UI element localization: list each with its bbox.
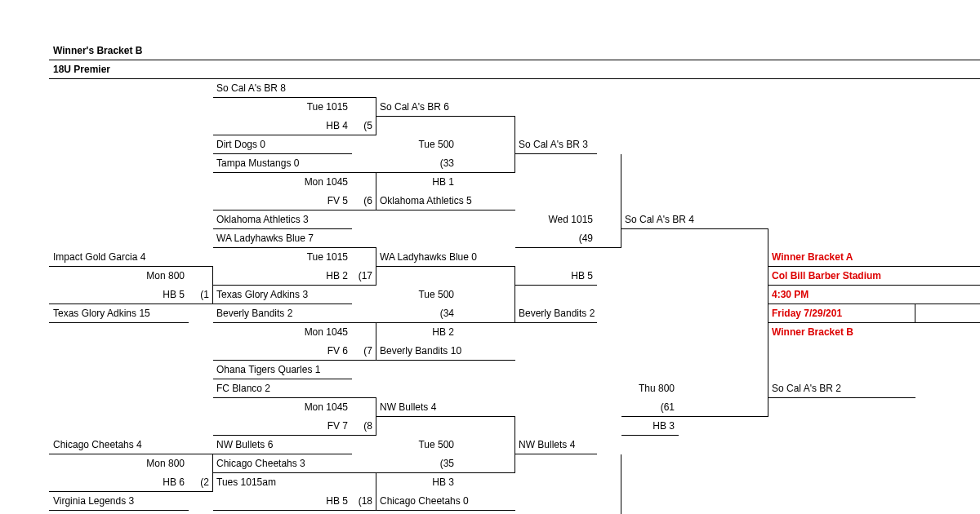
num: (18 <box>352 492 376 511</box>
team: Texas Glory Adkins 3 <box>213 286 352 304</box>
final-text: Col Bill Barber Stadium <box>768 267 915 286</box>
team: NW Bullets 4 <box>515 436 597 454</box>
team: FC Blanco 2 <box>213 379 352 398</box>
time: Mon 1045 <box>213 398 352 417</box>
num: (33 <box>376 154 458 173</box>
loc: HB 1 <box>376 173 458 192</box>
time: Mon 800 <box>50 267 189 286</box>
time: Tue 500 <box>376 286 458 304</box>
time: Wed 1015 <box>515 210 597 229</box>
team: Chicago Cheetahs 0 <box>376 492 515 511</box>
final-text: Winner Bracket A <box>768 248 915 267</box>
team: Beverly Bandits 2 <box>515 304 597 323</box>
loc: HB 4 <box>213 117 352 135</box>
team: Dirt Dogs 0 <box>213 135 352 154</box>
loc: FV 5 <box>213 192 352 210</box>
team: Ohana Tigers Quarles 1 <box>213 361 352 379</box>
num: (34 <box>376 304 458 323</box>
num: (1 <box>189 286 213 304</box>
num: (2 <box>189 473 213 492</box>
loc: HB 6 <box>50 473 189 492</box>
time: Thu 800 <box>621 379 679 398</box>
num: (7 <box>352 342 376 361</box>
team: WA Ladyhawks Blue 0 <box>376 248 515 267</box>
loc: HB 3 <box>621 417 679 436</box>
header-row-2: 18U Premier <box>50 60 981 79</box>
num: (8 <box>352 417 376 436</box>
team: Chicago Cheetahs 3 <box>213 454 352 473</box>
final-text: Winner Bracket B <box>768 323 915 342</box>
time: Tue 1015 <box>213 248 352 267</box>
time: Tue 500 <box>376 436 458 454</box>
time: Mon 1045 <box>213 173 352 192</box>
num: (17 <box>352 267 376 286</box>
team: NW Bullets 6 <box>213 436 352 454</box>
team: Virginia Legends 3 <box>50 492 189 511</box>
team: So Cal A's BR 4 <box>621 210 768 229</box>
team: WA Ladyhawks Blue 7 <box>213 229 352 248</box>
team: Impact Gold Garcia 4 <box>50 248 189 267</box>
team: Chicago Cheetahs 4 <box>50 436 189 454</box>
loc: HB 2 <box>213 267 352 286</box>
loc: HB 2 <box>376 323 458 342</box>
loc: HB 5 <box>50 286 189 304</box>
loc: HB 5 <box>515 267 597 286</box>
title: Winner's Bracket B <box>50 42 189 60</box>
team: NW Bullets 4 <box>376 398 515 417</box>
bracket-table: Winner's Bracket B 18U Premier So Cal A'… <box>49 41 980 514</box>
final-text: Friday 7/29/201 <box>768 304 915 323</box>
loc: FV 7 <box>213 417 352 436</box>
team: Texas Glory Adkins 15 <box>50 304 189 323</box>
loc: HB 5 <box>213 492 352 511</box>
time: Mon 800 <box>50 454 189 473</box>
time: Tues 1015am <box>213 473 352 492</box>
num: (6 <box>352 192 376 210</box>
time: Mon 1045 <box>213 323 352 342</box>
team: So Cal A's BR 6 <box>376 98 515 117</box>
num: (61 <box>621 398 679 417</box>
team: Beverly Bandits 10 <box>376 342 515 361</box>
num: (35 <box>376 454 458 473</box>
header-row-1: Winner's Bracket B <box>50 42 981 60</box>
time: Tue 1015 <box>213 98 352 117</box>
team: Oklahoma Athletics 5 <box>376 192 515 210</box>
team: So Cal A's BR 8 <box>213 79 352 98</box>
team: So Cal A's BR 2 <box>768 379 915 398</box>
loc: HB 3 <box>376 473 458 492</box>
bracket-sheet: Winner's Bracket B 18U Premier So Cal A'… <box>0 0 980 514</box>
time: Tue 500 <box>376 135 458 154</box>
subtitle: 18U Premier <box>50 60 189 79</box>
team: PA Chaos 1 <box>213 511 352 515</box>
loc: FV 6 <box>213 342 352 361</box>
num: (49 <box>515 229 597 248</box>
team: Oklahoma Athletics 3 <box>213 210 352 229</box>
final-text: 4:30 PM <box>768 286 915 304</box>
team: Tampa Mustangs 0 <box>213 154 352 173</box>
num: (5 <box>352 117 376 135</box>
team: So Cal A's BR 3 <box>515 135 597 154</box>
team: Beverly Bandits 2 <box>213 304 352 323</box>
time: Wed 1015 <box>515 511 597 515</box>
